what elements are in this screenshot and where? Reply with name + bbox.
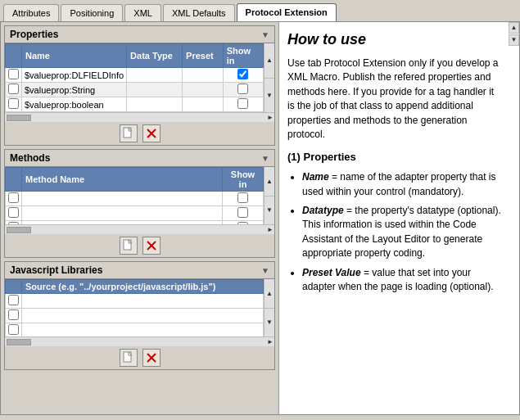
tab-positioning[interactable]: Positioning [61,4,123,21]
method-row3-showin[interactable] [237,222,248,224]
method-row2-name [22,206,223,221]
method-row2-showin[interactable] [237,207,248,218]
right-panel-scrollbar: ▲ ▼ [509,22,519,46]
methods-actions [5,234,274,257]
prop-row1-showin-check[interactable] [237,69,248,79]
prop-row2-showin [223,83,263,97]
js-row2-checkbox[interactable] [8,309,19,320]
delete-icon3 [145,351,158,364]
methods-col-checkbox [6,168,22,192]
properties-header: Properties ▼ [5,26,274,43]
javascript-scroll-down[interactable]: ▼ [265,309,274,337]
list-item: Preset Value = value that set into your … [302,266,503,295]
right-scroll-down[interactable]: ▼ [509,34,519,46]
help-bullet-list: Name = name of the adapter property that… [287,170,503,294]
javascript-delete-button[interactable] [142,349,161,367]
javascript-actions [5,346,274,369]
js-col-checkbox [6,280,22,294]
properties-section: Properties ▼ Name Data Type Preset Show … [4,25,275,146]
prop-row2-showin-check[interactable] [237,84,248,94]
properties-hscroll-thumb [7,115,31,121]
javascript-hscroll-right[interactable]: ► [267,338,274,345]
js-row1-checkbox[interactable] [8,295,19,305]
js-row3-checkbox[interactable] [8,324,19,335]
table-row [6,206,264,221]
js-row2-source [22,309,264,323]
bullet3-term: Preset Value [302,267,361,278]
js-col-source: Source (e.g. "../yourproject/javascript/… [22,280,264,294]
prop-row1-datatype [127,68,183,83]
prop-row3-datatype [127,97,183,112]
table-row [6,294,264,309]
delete-icon [145,127,158,140]
method-row1-showin[interactable] [237,192,248,203]
prop-row3-name: $valueprop:boolean [22,97,127,112]
javascript-table: Source (e.g. "../yourproject/javascript/… [5,279,264,336]
tab-protocol-extension[interactable]: Protocol Extension [237,3,337,21]
prop-row1-checkbox[interactable] [8,69,19,79]
javascript-collapse-icon[interactable]: ▼ [261,266,269,275]
help-intro: Use tab Protocol Extension only if you d… [287,56,503,142]
method-row1-name [22,192,223,206]
prop-row1-showin [223,68,263,83]
properties-scroll-down[interactable]: ▼ [265,79,274,113]
js-row1-source [22,294,264,309]
left-panel: Properties ▼ Name Data Type Preset Show … [1,22,279,414]
tab-attributes[interactable]: Attributes [3,4,59,21]
bullet1-term: Name [302,171,329,183]
tabs-bar: Attributes Positioning XML XML Defaults … [0,0,520,21]
methods-table: Method Name Show in [5,167,264,224]
list-item: Name = name of the adapter property that… [302,170,503,199]
properties-hscroll[interactable]: ► [5,112,274,122]
table-row [6,323,264,337]
methods-hscroll[interactable]: ► [5,224,274,234]
methods-hscroll-right[interactable]: ► [267,226,274,233]
method-row1-checkbox[interactable] [8,192,19,203]
methods-scroll-up[interactable]: ▲ [265,167,274,196]
properties-scroll-up[interactable]: ▲ [265,43,274,79]
methods-collapse-icon[interactable]: ▼ [261,154,269,163]
prop-row2-checkbox[interactable] [8,84,19,94]
list-item: Datatype = the property's datatype (opti… [302,204,503,261]
table-row: $valueprop:String [6,83,264,97]
properties-delete-button[interactable] [142,124,161,142]
properties-collapse-icon[interactable]: ▼ [261,30,269,39]
prop-row1-preset [183,68,224,83]
tab-xml-defaults[interactable]: XML Defaults [163,4,235,21]
table-row [6,221,264,225]
new-file-icon3 [122,351,135,364]
javascript-scroll-up[interactable]: ▲ [265,279,274,309]
method-row3-name [22,221,223,225]
javascript-add-button[interactable] [120,349,138,367]
methods-add-button[interactable] [120,237,138,255]
col-preset: Preset [183,44,224,68]
new-file-icon [122,127,135,140]
javascript-section: Javascript Libraries ▼ Source (e.g. "../… [4,261,275,370]
javascript-header: Javascript Libraries ▼ [5,262,274,279]
col-checkbox [6,44,22,68]
tab-xml[interactable]: XML [124,4,161,21]
prop-row3-showin [223,97,263,112]
js-row3-source [22,323,264,337]
method-row2-checkbox[interactable] [8,207,19,218]
properties-vscroll: ▲ ▼ [264,43,274,112]
col-datatype: Data Type [127,44,183,68]
help-title: How to use [287,29,503,50]
javascript-hscroll-thumb [7,339,31,345]
javascript-hscroll[interactable]: ► [5,336,274,346]
methods-scroll-down[interactable]: ▼ [265,196,274,225]
help-properties-title: (1) Properties [287,150,503,165]
methods-section: Methods ▼ Method Name Show in [4,149,275,258]
methods-vscroll: ▲ ▼ [264,167,274,224]
right-panel: How to use Use tab Protocol Extension on… [279,22,519,414]
prop-row3-preset [183,97,224,112]
prop-row3-checkbox[interactable] [8,98,19,109]
methods-delete-button[interactable] [142,237,161,255]
properties-title: Properties [10,29,58,40]
new-file-icon2 [122,239,135,252]
prop-row3-showin-check[interactable] [237,98,248,109]
properties-hscroll-right[interactable]: ► [267,114,274,121]
properties-add-button[interactable] [120,124,138,142]
right-scroll-up[interactable]: ▲ [509,22,519,34]
method-row3-checkbox[interactable] [8,222,19,224]
